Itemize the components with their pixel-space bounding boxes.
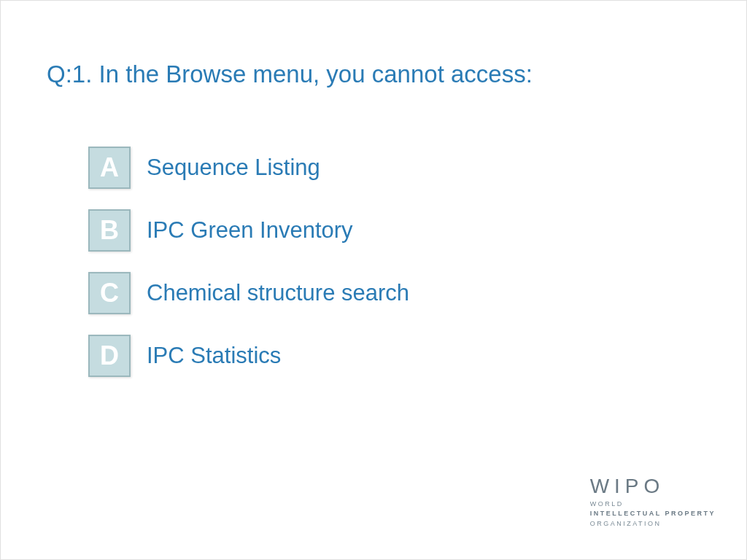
option-letter-box: B: [88, 209, 131, 252]
logo-main-text: WIPO: [590, 475, 716, 498]
wipo-logo: WIPO WORLD INTELLECTUAL PROPERTY ORGANIZ…: [590, 475, 716, 529]
option-text: IPC Green Inventory: [147, 217, 353, 244]
option-b[interactable]: B IPC Green Inventory: [88, 209, 409, 252]
option-text: Sequence Listing: [147, 155, 320, 181]
option-text: Chemical structure search: [147, 280, 409, 306]
logo-line1: WORLD: [590, 499, 716, 510]
option-letter-box: A: [88, 147, 131, 189]
option-d[interactable]: D IPC Statistics: [88, 335, 409, 377]
option-a[interactable]: A Sequence Listing: [88, 147, 409, 189]
options-list: A Sequence Listing B IPC Green Inventory…: [88, 147, 409, 397]
logo-subtitle: WORLD INTELLECTUAL PROPERTY ORGANIZATION: [590, 499, 716, 529]
option-letter-box: D: [88, 335, 131, 377]
logo-line2: INTELLECTUAL PROPERTY: [590, 509, 716, 519]
option-text: IPC Statistics: [147, 343, 281, 369]
question-title: Q:1. In the Browse menu, you cannot acce…: [47, 61, 533, 88]
logo-line3: ORGANIZATION: [590, 519, 716, 529]
option-c[interactable]: C Chemical structure search: [88, 272, 409, 314]
option-letter-box: C: [88, 272, 131, 314]
